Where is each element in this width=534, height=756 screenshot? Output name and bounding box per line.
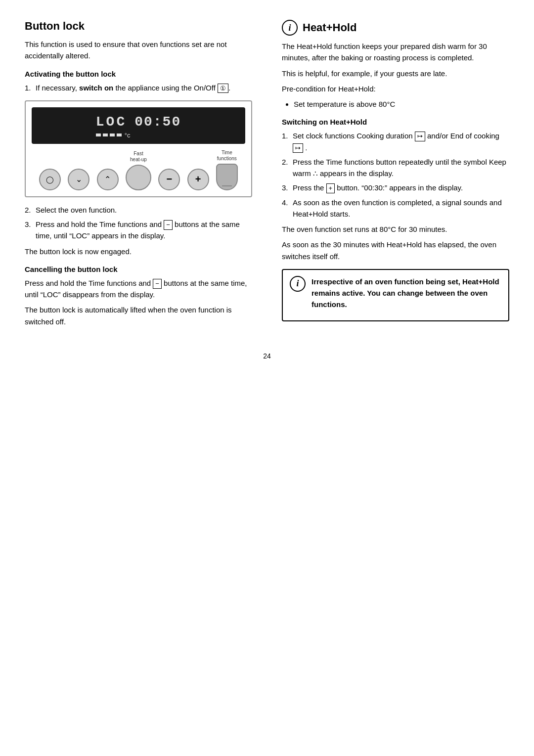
left-column: Button lock This function is used to ens… xyxy=(25,20,257,331)
preconditions-list: Set temperature is above 80°C xyxy=(282,98,509,110)
oven-display: LOC 00:50 °c ◯ xyxy=(25,100,252,197)
end-cooking-icon: ↦ xyxy=(293,143,303,153)
fast-heatup-button[interactable] xyxy=(126,165,151,190)
chevron-up-icon: ⌃ xyxy=(104,175,111,184)
cooking-duration-icon: ↦ xyxy=(415,132,425,141)
minus-icon: − xyxy=(166,174,172,185)
time-functions-label: Timefunctions xyxy=(217,150,237,162)
power-icon-inline: ① xyxy=(218,84,228,93)
minus-button[interactable]: − xyxy=(158,169,180,190)
plus-button-group: + xyxy=(187,169,209,190)
oven-buttons-row: ◯ ⌄ ⌃ Fastheat-up xyxy=(32,150,245,190)
minus-cancel-inline: − xyxy=(153,279,162,289)
temp-bar: °c xyxy=(96,132,181,139)
switch-step-2: 2. Press the Time functions button repea… xyxy=(282,156,509,179)
heat-hold-intro1: The Heat+Hold function keeps your prepar… xyxy=(282,41,509,64)
heat-hold-intro2: This is helpful, for example, if your gu… xyxy=(282,68,509,79)
minus-button-inline: − xyxy=(164,220,173,230)
time-functions-button-group: Timefunctions xyxy=(216,150,238,190)
chevron-down-button-group: ⌄ xyxy=(68,169,89,190)
fast-heatup-label: Fastheat-up xyxy=(130,151,147,163)
info-box-text: Irrespective of an oven function being s… xyxy=(312,276,501,311)
after-text2: As soon as the 30 minutes with Heat+Hold… xyxy=(282,239,509,262)
time-functions-button[interactable] xyxy=(216,164,238,190)
heat-hold-info-icon: i xyxy=(282,20,298,36)
right-column: i Heat+Hold The Heat+Hold function keeps… xyxy=(277,20,509,331)
button-lock-intro: This function is used to ensure that ove… xyxy=(25,39,252,62)
cancelling-text2: The button lock is automatically lifted … xyxy=(25,304,252,327)
chevron-down-button[interactable]: ⌄ xyxy=(68,169,89,190)
button-lock-engaged: The button lock is now engaged. xyxy=(25,246,252,257)
precondition-label: Pre-condition for Heat+Hold: xyxy=(282,83,509,94)
page-number: 24 xyxy=(25,351,509,362)
loc-display: LOC xyxy=(96,114,127,130)
chevron-up-button[interactable]: ⌃ xyxy=(97,169,119,190)
heat-hold-header: i Heat+Hold xyxy=(282,20,509,36)
info-box-icon: i xyxy=(290,276,306,292)
precondition-item: Set temperature is above 80°C xyxy=(294,98,509,110)
activating-heading: Activating the button lock xyxy=(25,70,252,78)
fast-heat-up-button-group: Fastheat-up xyxy=(126,151,151,190)
chevron-down-icon: ⌄ xyxy=(76,175,82,184)
power-button[interactable]: ◯ xyxy=(39,169,61,190)
oven-screen: LOC 00:50 °c xyxy=(32,107,245,144)
time-display: 00:50 xyxy=(134,114,181,130)
step-2: 2. Select the oven function. xyxy=(25,204,252,216)
switch-step-4: 4. As soon as the oven function is compl… xyxy=(282,197,509,220)
switch-step-3: 3. Press the + button. “00:30:” appears … xyxy=(282,182,509,193)
step2-text: Select the oven function. xyxy=(36,204,117,216)
power-icon: ◯ xyxy=(46,176,54,183)
cancelling-text1: Press and hold the Time functions and − … xyxy=(25,277,252,301)
minus-button-group: − xyxy=(158,169,180,190)
cancelling-heading: Cancelling the button lock xyxy=(25,265,252,273)
heat-hold-title: Heat+Hold xyxy=(303,21,356,34)
step3-prefix: Press and hold the Time functions and xyxy=(36,220,162,228)
switch-step4-text: As soon as the oven function is complete… xyxy=(293,197,509,220)
step-1: 1. If necessary, switch on the appliance… xyxy=(25,82,252,93)
chevron-up-button-group: ⌃ xyxy=(97,169,119,190)
button-lock-title: Button lock xyxy=(25,20,252,33)
screen-content: LOC 00:50 °c xyxy=(96,114,181,139)
plus-button-step3: + xyxy=(326,183,335,193)
plus-button[interactable]: + xyxy=(187,169,209,190)
switching-heading: Switching on Heat+Hold xyxy=(282,118,509,126)
irrespective-info-box: i Irrespective of an oven function being… xyxy=(282,269,509,321)
step-3: 3. Press and hold the Time functions and… xyxy=(25,219,252,242)
power-button-group: ◯ xyxy=(39,169,61,190)
after-text1: The oven function set runs at 80°C for 3… xyxy=(282,223,509,235)
switch-step2-text: Press the Time functions button repeated… xyxy=(293,156,509,179)
degree-c: °c xyxy=(125,132,131,139)
plus-icon: + xyxy=(195,174,201,185)
switch-step-1: 1. Set clock functions Cooking duration … xyxy=(282,130,509,153)
